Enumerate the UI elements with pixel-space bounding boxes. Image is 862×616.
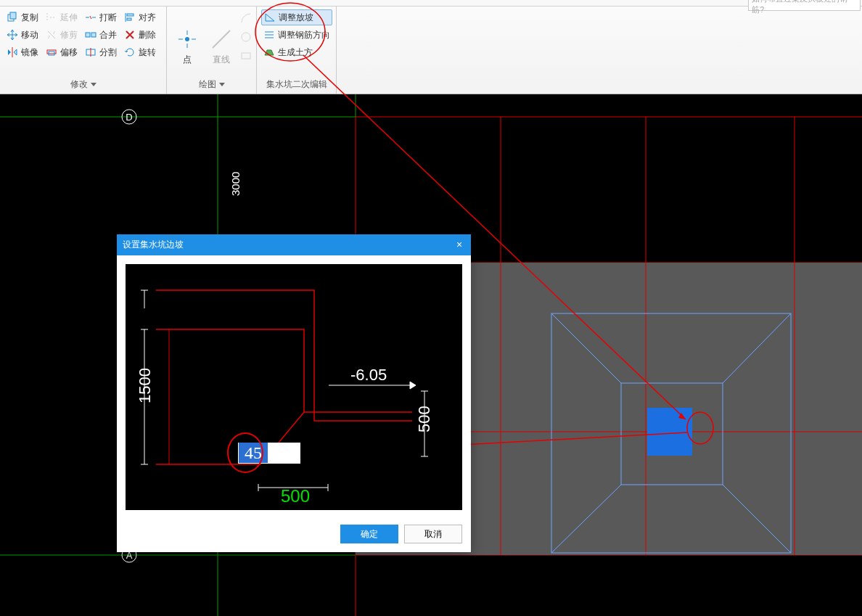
line-icon (210, 28, 233, 51)
svg-rect-36 (647, 408, 692, 456)
dialog-title-text: 设置集水坑边坡 (123, 239, 184, 251)
adjust-slope-button[interactable]: 调整放坡 (261, 9, 332, 25)
ribbon: 复制 移动 镜像 延伸 修剪 偏移 打断 合并 分割 对齐 删除 旋转 修改 (0, 7, 862, 94)
svg-text:-6.05: -6.05 (350, 366, 387, 384)
rebar-icon (263, 29, 275, 41)
circle-icon[interactable] (240, 31, 252, 43)
move-button[interactable]: 移动 (4, 27, 41, 43)
svg-point-9 (185, 37, 189, 41)
panel-modify: 复制 移动 镜像 延伸 修剪 偏移 打断 合并 分割 对齐 删除 旋转 修改 (0, 7, 167, 94)
svg-rect-11 (242, 53, 250, 59)
rect-icon[interactable] (240, 50, 252, 62)
svg-point-10 (242, 33, 250, 41)
dialog-titlebar[interactable]: 设置集水坑边坡 × (117, 234, 471, 255)
offset-icon (46, 46, 57, 58)
break-button[interactable]: 打断 (83, 9, 119, 25)
merge-button[interactable]: 合并 (83, 27, 119, 43)
chevron-down-icon[interactable] (91, 83, 97, 86)
slope-icon (264, 12, 276, 23)
panel-draw: 点 直线 绘图 (167, 7, 257, 94)
search-placeholder: 如何布置过梁及拱板处的钢筋? (752, 0, 857, 15)
extend-icon (46, 12, 57, 23)
delete-icon (124, 29, 136, 41)
panel-draw-title: 绘图 (167, 77, 256, 94)
svg-text:3000: 3000 (229, 172, 242, 196)
titlebar: 如何布置过梁及拱板处的钢筋? (0, 0, 862, 7)
search-input[interactable]: 如何布置过梁及拱板处的钢筋? (748, 0, 861, 11)
svg-text:1500: 1500 (136, 368, 154, 403)
slope-dialog: 设置集水坑边坡 × 1500 500 -6.05 500 (117, 234, 471, 552)
svg-text:500: 500 (281, 486, 310, 506)
svg-rect-1 (10, 12, 16, 19)
offset-button[interactable]: 偏移 (44, 44, 80, 60)
point-icon (176, 28, 199, 51)
trim-button: 修剪 (44, 27, 80, 43)
svg-text:D: D (126, 112, 132, 123)
mirror-icon (7, 46, 18, 58)
close-icon[interactable]: × (453, 239, 465, 251)
generate-earth-button[interactable]: 生成土方 (261, 44, 332, 60)
align-icon (124, 12, 136, 23)
panel-sump: 调整放坡 调整钢筋方向 生成土方 集水坑二次编辑 (257, 7, 337, 94)
line-button[interactable]: 直线 (206, 9, 238, 69)
copy-icon (7, 12, 18, 23)
arc-icon[interactable] (240, 12, 252, 24)
svg-rect-7 (127, 14, 134, 16)
chevron-down-icon[interactable] (219, 83, 225, 86)
svg-rect-4 (86, 33, 90, 37)
annotation-circle-input (227, 432, 263, 473)
copy-button[interactable]: 复制 (4, 9, 41, 25)
break-icon (85, 12, 97, 23)
merge-icon (85, 29, 97, 41)
rotate-icon (124, 46, 136, 58)
svg-text:500: 500 (415, 406, 433, 432)
ok-button[interactable]: 确定 (340, 525, 398, 543)
panel-modify-title: 修改 (0, 77, 166, 94)
split-button[interactable]: 分割 (83, 44, 119, 60)
delete-button[interactable]: 删除 (122, 27, 163, 43)
split-icon (85, 46, 97, 58)
cancel-button[interactable]: 取消 (404, 525, 462, 543)
align-button[interactable]: 对齐 (122, 9, 163, 25)
move-icon (7, 29, 18, 41)
adjust-rebar-button[interactable]: 调整钢筋方向 (261, 27, 332, 43)
slope-preview: 1500 500 -6.05 500 45 (126, 264, 462, 510)
point-button[interactable]: 点 (171, 9, 203, 69)
mirror-button[interactable]: 镜像 (4, 44, 41, 60)
svg-rect-8 (127, 18, 131, 20)
extend-button: 延伸 (44, 9, 80, 25)
svg-rect-5 (91, 33, 96, 37)
panel-sump-title: 集水坑二次编辑 (257, 77, 336, 94)
rotate-button[interactable]: 旋转 (122, 44, 163, 60)
earth-icon (263, 46, 275, 58)
trim-icon (46, 29, 57, 41)
